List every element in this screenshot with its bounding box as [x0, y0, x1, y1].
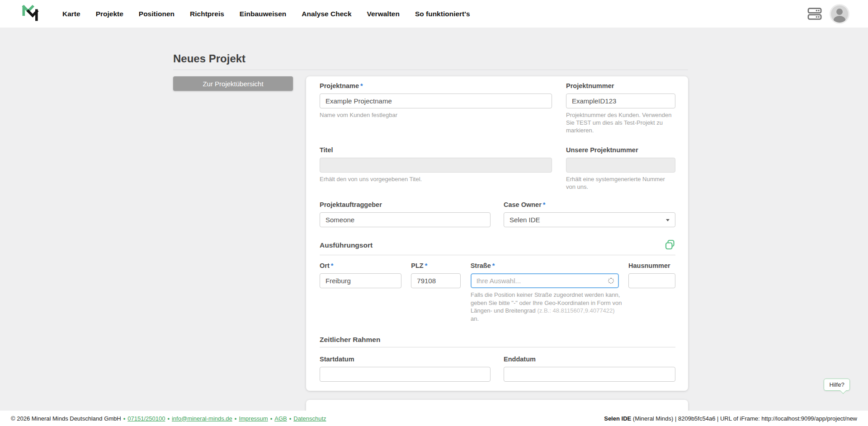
new-project-form-card: Projektname* Name vom Kunden festlegbar …: [306, 76, 688, 391]
logo-m-icon: [22, 4, 39, 24]
projektnummer-input[interactable]: [566, 94, 675, 108]
title-divider: [173, 70, 688, 70]
topbar-right: [807, 5, 848, 23]
nav-item-analyse-check[interactable]: Analyse Check: [302, 10, 351, 18]
form-row-address: Ort* PLZ* Straße* Hausnummer: [320, 262, 675, 288]
form-row-titel: Titel Erhält den von uns vorgegebenen Ti…: [320, 146, 675, 191]
projektauftraggeber-input[interactable]: [320, 212, 491, 227]
unsere-projektnummer-field-group: Unsere Projektnummer Erhält eine systemg…: [566, 146, 675, 191]
projektauftraggeber-field-group: Projektauftraggeber: [320, 201, 491, 227]
copy-address-button[interactable]: [665, 239, 675, 252]
strasse-input[interactable]: [471, 273, 619, 288]
loading-spinner-icon: [608, 278, 614, 284]
enddatum-field-group: Enddatum: [504, 356, 675, 382]
avatar-person-icon: [836, 9, 843, 15]
ort-input[interactable]: [320, 273, 401, 288]
form-row-auftraggeber-owner: Projektauftraggeber Case Owner* Selen ID…: [320, 201, 675, 227]
required-asterisk: *: [331, 262, 334, 269]
hausnummer-field-group: Hausnummer: [628, 262, 675, 288]
server-icon[interactable]: [807, 8, 822, 20]
nav-item-richtpreis[interactable]: Richtpreis: [190, 10, 224, 18]
projektnummer-label: Projektnummer: [566, 82, 675, 90]
footer-user-name: Selen IDE: [604, 415, 631, 422]
hausnummer-input[interactable]: [628, 273, 675, 288]
strasse-label: Straße*: [471, 262, 619, 270]
unsere-projektnummer-help: Erhält eine systemgenerierte Nummer von …: [566, 176, 675, 191]
plz-label: PLZ*: [411, 262, 461, 270]
case-owner-select[interactable]: Selen IDE: [504, 212, 675, 227]
startdatum-input[interactable]: [320, 367, 491, 382]
footer: © 2026 Mineral Minds Deutschland GmbH • …: [0, 411, 868, 426]
nav-item-verwalten[interactable]: Verwalten: [367, 10, 400, 18]
mineral-minds-logo[interactable]: [22, 4, 39, 24]
nav-item-projekte[interactable]: Projekte: [96, 10, 123, 18]
copy-icon: [665, 245, 675, 252]
footer-impressum-link[interactable]: Impressum: [239, 415, 268, 422]
plz-field-group: PLZ*: [411, 262, 461, 288]
required-asterisk: *: [543, 201, 546, 208]
projektname-label: Projektname*: [320, 82, 552, 90]
strasse-input-wrapper: [471, 273, 619, 288]
dropdown-arrow-icon: [666, 219, 670, 221]
nav-item-karte[interactable]: Karte: [62, 10, 80, 18]
titel-help: Erhält den von uns vorgegebenen Titel.: [320, 176, 552, 183]
titel-field-group: Titel Erhält den von uns vorgegebenen Ti…: [320, 146, 552, 191]
zeitlicher-rahmen-title: Zeitlicher Rahmen: [320, 336, 380, 344]
startdatum-label: Startdatum: [320, 356, 491, 363]
case-owner-selected-value: Selen IDE: [509, 216, 540, 224]
hausnummer-label: Hausnummer: [628, 262, 675, 270]
footer-session-details: (Mineral Minds) | 8209b5fc54a6 | URL of …: [631, 415, 857, 422]
form-row-dates: Startdatum Enddatum: [320, 356, 675, 382]
footer-session-info: Selen IDE (Mineral Minds) | 8209b5fc54a6…: [604, 415, 857, 422]
nav-item-so-funktionierts[interactable]: So funktioniert's: [415, 10, 470, 18]
nav-item-einbauweisen[interactable]: Einbauweisen: [240, 10, 286, 18]
footer-left: © 2026 Mineral Minds Deutschland GmbH • …: [11, 415, 326, 422]
projektnummer-field-group: Projektnummer Projektnummer des Kunden. …: [566, 82, 675, 135]
main-nav: Karte Projekte Positionen Richtpreis Ein…: [62, 10, 470, 18]
required-asterisk: *: [360, 82, 363, 89]
footer-datenschutz-link[interactable]: Datenschutz: [293, 415, 326, 422]
strasse-field-group: Straße*: [471, 262, 619, 288]
plz-input[interactable]: [411, 273, 461, 288]
footer-separator: •: [167, 415, 170, 422]
case-owner-label: Case Owner*: [504, 201, 675, 209]
case-owner-field-group: Case Owner* Selen IDE: [504, 201, 675, 227]
footer-separator: •: [289, 415, 292, 422]
startdatum-field-group: Startdatum: [320, 356, 491, 382]
required-asterisk: *: [492, 262, 495, 269]
enddatum-input[interactable]: [504, 367, 675, 382]
ort-field-group: Ort*: [320, 262, 401, 288]
page-title: Neues Projekt: [173, 52, 245, 65]
titel-label: Titel: [320, 146, 552, 154]
form-row-name-number: Projektname* Name vom Kunden festlegbar …: [320, 82, 675, 135]
strasse-help-suffix: an.: [471, 315, 479, 322]
footer-separator: •: [123, 415, 126, 422]
projektname-field-group: Projektname* Name vom Kunden festlegbar: [320, 82, 552, 135]
strasse-help: Falls die Position keiner Straße zugeord…: [471, 291, 623, 323]
footer-agb-link[interactable]: AGB: [274, 415, 287, 422]
user-avatar[interactable]: [831, 5, 848, 23]
projektname-input[interactable]: [320, 94, 552, 108]
zeitlicher-rahmen-section-header: Zeitlicher Rahmen: [320, 336, 675, 347]
zur-projektuebersicht-button[interactable]: Zur Projektübersicht: [173, 76, 293, 91]
top-navigation-bar: Karte Projekte Positionen Richtpreis Ein…: [0, 0, 868, 28]
footer-copyright: © 2026 Mineral Minds Deutschland GmbH: [11, 415, 121, 422]
titel-input: [320, 158, 552, 173]
footer-separator: •: [235, 415, 237, 422]
ausfuehrungsort-section-header: Ausführungsort: [320, 241, 675, 255]
projektnummer-help: Projektnummer des Kunden. Verwenden Sie …: [566, 112, 675, 135]
nav-item-positionen[interactable]: Positionen: [139, 10, 175, 18]
unsere-projektnummer-label: Unsere Projektnummer: [566, 146, 675, 154]
projektauftraggeber-label: Projektauftraggeber: [320, 201, 491, 209]
footer-phone-link[interactable]: 07151/250100: [127, 415, 165, 422]
strasse-help-example: (z.B.: 48.8115607,9.4077422): [537, 307, 614, 314]
footer-email-link[interactable]: info@mineral-minds.de: [172, 415, 232, 422]
help-bubble[interactable]: Hilfe?: [824, 379, 850, 391]
ort-label: Ort*: [320, 262, 401, 270]
ausfuehrungsort-title: Ausführungsort: [320, 241, 373, 249]
unsere-projektnummer-input: [566, 158, 675, 173]
enddatum-label: Enddatum: [504, 356, 675, 363]
help-bubble-label: Hilfe?: [829, 381, 844, 388]
required-asterisk: *: [425, 262, 428, 269]
app-root: Karte Projekte Positionen Richtpreis Ein…: [0, 0, 868, 426]
